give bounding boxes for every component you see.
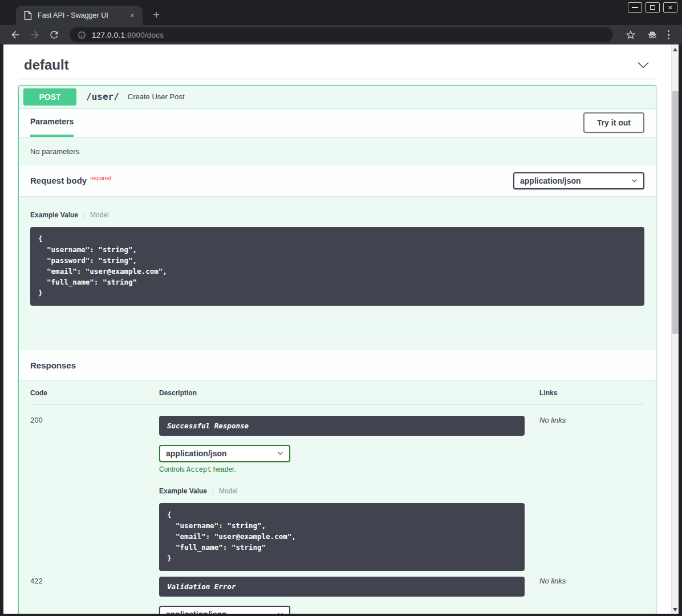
request-body-label-wrap: Request bodyrequired — [30, 176, 111, 186]
page-scrollbar[interactable] — [671, 44, 679, 614]
accept-note-prefix: Controls — [159, 465, 186, 473]
response-content-type-select-200[interactable]: application/json — [159, 445, 290, 462]
section-divider — [18, 79, 656, 79]
accept-note-code: Accept — [186, 465, 211, 473]
minimize-icon — [632, 7, 638, 8]
response-description: Validation Error — [159, 577, 525, 597]
scrollbar-down-arrow[interactable] — [672, 608, 679, 611]
endpoint-summary: Create User Post — [128, 92, 185, 101]
request-example-json: { "username": "string", "password": "str… — [30, 227, 644, 306]
browser-menu-icon[interactable] — [668, 30, 670, 40]
accept-header-note: Controls Accept header. — [159, 465, 539, 473]
parameters-header: Parameters Try it out — [19, 108, 656, 137]
response-content-type-value-422: application/json — [166, 610, 227, 614]
chevron-down-icon[interactable] — [637, 61, 649, 69]
column-description: Description — [159, 389, 539, 397]
toolbar-actions — [620, 29, 677, 40]
required-badge: required — [90, 175, 111, 181]
responses-header: Responses — [19, 350, 656, 380]
tab-model[interactable]: Model — [213, 487, 238, 495]
method-badge: POST — [23, 88, 76, 106]
browser-toolbar: 127.0.0.1:8000/docs — [0, 25, 682, 44]
request-content-type-select[interactable]: application/json — [513, 172, 644, 189]
example-model-tabs: Example Value Model — [30, 211, 644, 219]
tab-example-value[interactable]: Example Value — [30, 211, 84, 219]
request-content-type-value: application/json — [520, 176, 581, 185]
response-description-cell: Validation Error application/json Exam — [159, 577, 539, 614]
back-icon[interactable] — [10, 29, 21, 40]
chevron-down-icon — [631, 177, 638, 184]
new-tab-button[interactable]: + — [149, 7, 163, 23]
close-tab-icon[interactable]: × — [128, 10, 137, 21]
responses-table-header: Code Description Links — [30, 389, 644, 404]
swagger-page: default POST /user/ Create User Post — [3, 44, 671, 614]
column-code: Code — [30, 389, 159, 397]
forward-icon[interactable] — [29, 29, 40, 40]
responses-title: Responses — [30, 360, 76, 370]
minimize-window-button[interactable] — [628, 2, 642, 13]
response-row-422: 422 Validation Error application/json — [30, 571, 644, 614]
url-text: 127.0.0.1:8000/docs — [92, 31, 164, 39]
chevron-down-icon — [277, 610, 284, 614]
tab-example-value[interactable]: Example Value — [159, 487, 213, 495]
column-links: Links — [539, 389, 644, 397]
close-window-button[interactable]: ✕ — [663, 2, 677, 13]
opblock-summary[interactable]: POST /user/ Create User Post — [19, 86, 656, 108]
example-model-tabs: Example Value Model — [159, 487, 539, 495]
no-parameters-text: No parameters — [19, 137, 656, 165]
request-body-label: Request body — [30, 176, 87, 185]
request-body-example: Example Value Model { "username": "strin… — [19, 196, 656, 350]
request-body-header: Request bodyrequired application/json — [19, 165, 656, 196]
response-code: 422 — [30, 577, 159, 614]
window-controls: ✕ — [628, 2, 677, 13]
url-host: 127.0.0.1 — [92, 31, 125, 39]
scrollbar-up-arrow[interactable] — [672, 48, 679, 51]
api-section-header[interactable]: default — [18, 49, 656, 79]
maximize-window-button[interactable] — [646, 2, 660, 13]
scrollbar-thumb[interactable] — [672, 91, 679, 334]
bookmark-star-icon[interactable] — [625, 29, 636, 40]
browser-window: Fast API - Swagger UI × + ✕ 127.0.0.1:80… — [0, 0, 682, 616]
address-bar[interactable]: 127.0.0.1:8000/docs — [70, 27, 613, 42]
response-content-type-select-422[interactable]: application/json — [159, 606, 290, 614]
opblock-post-user: POST /user/ Create User Post Parameters … — [18, 85, 656, 614]
response-row-200: 200 Successful Response application/json — [30, 404, 644, 571]
tab-title: Fast API - Swagger UI — [38, 11, 128, 19]
responses-table: Code Description Links 200 Successful Re… — [19, 380, 656, 614]
page: default POST /user/ Create User Post — [3, 44, 679, 614]
maximize-icon — [650, 5, 655, 10]
close-window-icon: ✕ — [668, 5, 672, 11]
page-favicon-icon — [24, 11, 32, 20]
reload-icon[interactable] — [48, 29, 60, 40]
tab-model[interactable]: Model — [84, 211, 109, 219]
section-title: default — [24, 57, 69, 73]
chevron-down-icon — [277, 449, 284, 457]
response-description-cell: Successful Response application/json Con… — [159, 416, 539, 571]
response-content-type-value-200: application/json — [166, 449, 227, 458]
browser-tab[interactable]: Fast API - Swagger UI × — [16, 6, 143, 25]
response-code: 200 — [30, 416, 159, 571]
try-it-out-button[interactable]: Try it out — [583, 112, 644, 133]
response-example-json-200: { "username": "string", "email": "user@e… — [159, 503, 525, 571]
url-path: :8000/docs — [125, 31, 164, 39]
response-links: No links — [539, 577, 644, 614]
response-links: No links — [539, 416, 644, 571]
tab-strip: Fast API - Swagger UI × + ✕ — [0, 0, 682, 25]
window-frame: default POST /user/ Create User Post — [0, 44, 682, 616]
response-description: Successful Response — [159, 416, 525, 436]
incognito-icon[interactable] — [647, 29, 658, 40]
accept-note-suffix: header. — [211, 465, 236, 473]
site-info-icon[interactable] — [78, 31, 86, 39]
endpoint-path: /user/ — [86, 91, 119, 102]
tab-parameters: Parameters — [30, 108, 74, 137]
